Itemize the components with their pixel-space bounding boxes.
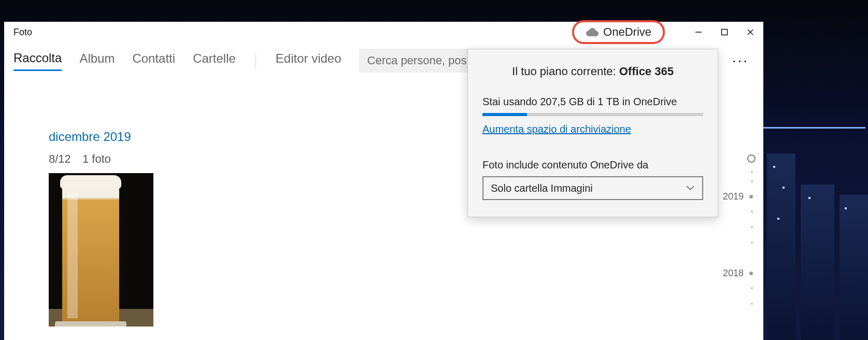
increase-storage-link[interactable]: Aumenta spazio di archiviazione (482, 123, 703, 135)
include-select[interactable]: Solo cartella Immagini (482, 176, 703, 200)
tab-video-editor[interactable]: Editor video (276, 51, 341, 70)
window-controls (686, 22, 763, 42)
photos-app-window: Foto OneDrive (4, 22, 763, 340)
storage-progress (482, 113, 703, 116)
decor (782, 187, 785, 189)
thumb-decor (60, 175, 121, 189)
include-label: Foto include contenuto OneDrive da (482, 159, 703, 171)
desktop-background: Foto OneDrive (0, 0, 868, 340)
thumb-decor (55, 321, 126, 327)
tab-divider (255, 53, 256, 68)
decor (801, 185, 834, 340)
tab-collection[interactable]: Raccolta (13, 51, 62, 71)
tab-album[interactable]: Album (79, 51, 115, 70)
tab-folders[interactable]: Cartelle (193, 51, 236, 70)
day-date: 8/12 (49, 152, 71, 165)
timeline-tick (751, 180, 753, 182)
tab-contacts[interactable]: Contatti (132, 51, 175, 70)
thumb-decor (67, 194, 78, 318)
timeline-scrubber[interactable]: 20192018 (730, 154, 758, 340)
onedrive-label: OneDrive (603, 25, 651, 39)
chevron-down-icon (686, 185, 695, 191)
day-photo-count: 1 foto (82, 152, 111, 165)
app-title: Foto (4, 27, 32, 38)
cloud-icon (586, 27, 599, 37)
timeline-handle[interactable] (747, 154, 756, 163)
titlebar: Foto OneDrive (4, 22, 763, 42)
timeline-tick (751, 210, 753, 212)
decor (773, 166, 775, 168)
timeline-tick (751, 226, 753, 228)
decor (839, 195, 868, 340)
onedrive-button[interactable]: OneDrive (572, 20, 665, 44)
storage-progress-fill (482, 113, 527, 116)
timeline-tick (751, 287, 753, 289)
timeline-tick (751, 242, 753, 244)
spacer (482, 135, 703, 159)
maximize-button[interactable] (712, 22, 737, 42)
more-button[interactable]: ··· (727, 52, 754, 69)
plan-row: Il tuo piano corrente: Office 365 (482, 65, 703, 78)
photo-thumbnail[interactable] (49, 173, 153, 327)
usage-text: Stai usando 207,5 GB di 1 TB in OneDrive (482, 96, 703, 108)
decor (845, 207, 847, 209)
timeline-year-label: 2019 (723, 191, 744, 202)
decor (777, 218, 779, 220)
timeline-tick (751, 171, 753, 173)
plan-prefix: Il tuo piano corrente: (512, 65, 619, 78)
decor (762, 127, 865, 129)
timeline-year-node[interactable] (749, 272, 753, 275)
timeline-year-node[interactable] (749, 195, 753, 199)
onedrive-flyout: Il tuo piano corrente: Office 365 Stai u… (467, 49, 718, 217)
decor (808, 197, 810, 199)
titlebar-right: OneDrive (572, 20, 763, 44)
timeline-tick (751, 303, 753, 305)
include-select-value: Solo cartella Immagini (491, 182, 593, 194)
plan-name: Office 365 (619, 65, 674, 78)
svg-rect-1 (722, 30, 728, 35)
timeline-year-label: 2018 (723, 268, 744, 279)
minimize-button[interactable] (686, 22, 712, 42)
decor (767, 153, 795, 340)
close-button[interactable] (737, 22, 763, 42)
